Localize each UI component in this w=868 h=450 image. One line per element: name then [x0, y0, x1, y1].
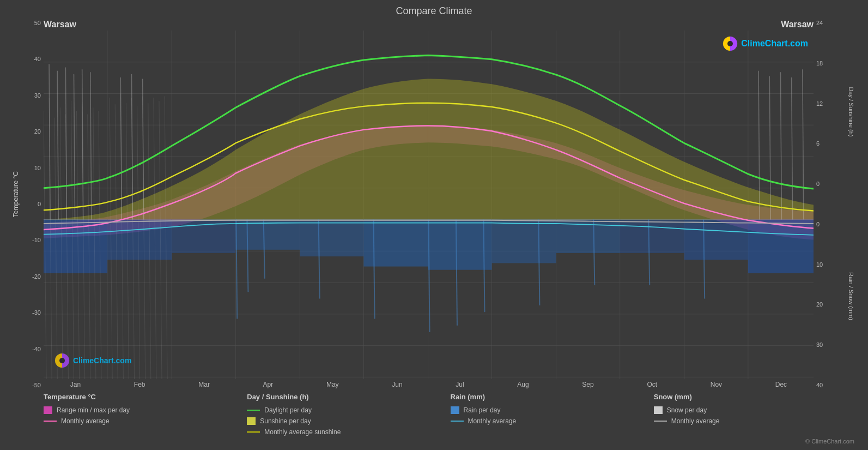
chart-area: 50403020100-10-20-30-40-50 Temperature °…: [11, 20, 857, 388]
city-label-left: Warsaw: [44, 20, 76, 29]
legend-label-daylight: Daylight per day: [264, 406, 312, 414]
legend-label-sunshine-avg: Monthly average sunshine: [264, 428, 341, 436]
y-axis-right-bottom-label: Rain / Snow (mm): [848, 272, 854, 320]
x-label: Jan: [70, 381, 81, 388]
svg-rect-38: [684, 220, 748, 260]
legend-swatch-temp-range: [44, 406, 52, 414]
x-label: Oct: [647, 381, 657, 388]
x-label: Mar: [198, 381, 210, 388]
legend-header-snow: Snow (mm): [654, 393, 857, 401]
svg-rect-34: [428, 220, 491, 270]
svg-rect-29: [107, 220, 172, 260]
legend-item-sunshine-avg: Monthly average sunshine: [247, 428, 450, 436]
legend-swatch-rain-avg: [451, 421, 464, 422]
legend-area: Temperature °C Range min / max per day M…: [11, 388, 857, 436]
y-tick-right-bottom: 30: [816, 341, 823, 348]
x-label: Jul: [456, 381, 464, 388]
chart-title: Compare Climate: [11, 5, 857, 17]
chart-top-labels: Warsaw Warsaw: [44, 20, 814, 31]
city-label-right: Warsaw: [781, 20, 814, 29]
x-label: Aug: [517, 381, 529, 388]
legend-swatch-temp-avg: [44, 421, 57, 422]
y-tick-left: 40: [34, 56, 41, 62]
logo-area-bottom: ClimeChart.com: [54, 353, 131, 368]
y-tick-right-bottom: 10: [816, 261, 823, 268]
y-tick-right-top: 12: [816, 100, 823, 107]
legend-swatch-daylight: [247, 410, 260, 411]
copyright: © ClimeChart.com: [11, 438, 857, 445]
y-tick-left: 50: [34, 20, 41, 26]
main-container: Compare Climate 50403020100-10-20-30-40-…: [0, 0, 868, 450]
y-tick-right-top: 18: [816, 60, 823, 67]
legend-item-sunshine-bar: Sunshine per day: [247, 417, 450, 425]
logo-area-top: ClimeChart.com: [723, 36, 808, 51]
y-tick-right-bottom: 40: [816, 382, 823, 388]
legend-item-snow-avg: Monthly average: [654, 417, 857, 425]
logo-text-top: ClimeChart.com: [741, 39, 808, 49]
x-label: Dec: [775, 381, 787, 388]
y-tick-left: 30: [34, 92, 41, 99]
y-tick-left: -40: [32, 346, 41, 352]
legend-swatch-snow: [654, 406, 663, 414]
y-axis-left: 50403020100-10-20-30-40-50 Temperature °…: [11, 20, 44, 388]
legend-label-temp-range: Range min / max per day: [57, 406, 130, 414]
y-tick-left: 20: [34, 128, 41, 135]
chart-svg-container: ClimeChart.com ClimeChart.com: [44, 31, 814, 379]
legend-item-rain-bar: Rain per day: [451, 406, 654, 414]
legend-header-rain: Rain (mm): [451, 393, 654, 401]
svg-rect-35: [492, 220, 556, 263]
y-axis-right: 24181260010203040 Day / Sunshine (h) Rai…: [814, 20, 857, 388]
legend-swatch-snow-avg: [654, 421, 667, 422]
y-tick-right-top: 6: [816, 140, 820, 147]
legend-label-snow-avg: Monthly average: [671, 417, 720, 425]
legend-column-rain: Rain (mm) Rain per day Monthly average: [451, 393, 654, 436]
y-tick-left: -30: [32, 309, 41, 316]
legend-label-temp-avg: Monthly average: [61, 417, 110, 425]
logo-text-bottom: ClimeChart.com: [73, 356, 131, 365]
legend-label-snow-per-day: Snow per day: [667, 406, 707, 414]
y-tick-right-bottom: 0: [816, 221, 820, 227]
x-label: Apr: [263, 381, 274, 388]
legend-swatch-sunshine: [247, 417, 256, 425]
legend-item-snow-bar: Snow per day: [654, 406, 857, 414]
x-label: Sep: [582, 381, 593, 388]
logo-icon-top: [723, 36, 738, 51]
y-axis-right-top-label: Day / Sunshine (h): [848, 87, 854, 136]
logo-icon-bottom: [54, 353, 70, 368]
legend-swatch-sunshine-avg: [247, 431, 260, 433]
x-label: Jun: [392, 381, 402, 388]
y-tick-left: 0: [38, 201, 41, 207]
y-tick-right-top: 24: [816, 20, 823, 26]
legend-item-daylight: Daylight per day: [247, 406, 450, 414]
legend-swatch-rain: [451, 406, 459, 414]
svg-rect-37: [620, 220, 684, 253]
y-tick-left: 10: [34, 165, 41, 171]
y-tick-left: -20: [32, 273, 41, 280]
y-tick-left: -10: [32, 237, 41, 243]
legend-column-temperature: Temperature °C Range min / max per day M…: [44, 393, 247, 436]
main-chart-svg: [44, 31, 814, 379]
y-axis-right-ticks: 24181260010203040: [814, 20, 857, 388]
legend-item-temp-range: Range min / max per day: [44, 406, 247, 414]
legend-label-sunshine-bar: Sunshine per day: [260, 417, 311, 425]
x-axis-labels: JanFebMarAprMayJunJulAugSepOctNovDec: [44, 379, 814, 388]
legend-header-sunshine: Day / Sunshine (h): [247, 393, 450, 401]
svg-rect-32: [300, 220, 363, 257]
svg-point-1: [727, 41, 733, 46]
legend-column-snow: Snow (mm) Snow per day Monthly average: [654, 393, 857, 436]
legend-column-sunshine: Day / Sunshine (h) Daylight per day Suns…: [247, 393, 450, 436]
legend-item-rain-avg: Monthly average: [451, 417, 654, 425]
x-label: Feb: [134, 381, 145, 388]
svg-point-3: [59, 358, 65, 363]
x-label: May: [326, 381, 339, 388]
legend-label-rain-avg: Monthly average: [468, 417, 517, 425]
y-axis-left-label: Temperature °C: [12, 171, 20, 217]
y-tick-right-bottom: 20: [816, 301, 823, 308]
legend-item-temp-avg: Monthly average: [44, 417, 247, 425]
svg-rect-31: [235, 220, 300, 250]
y-tick-left: -50: [32, 382, 41, 388]
legend-label-rain-bar: Rain per day: [464, 406, 501, 414]
x-label: Nov: [711, 381, 722, 388]
y-tick-right-top: 0: [816, 181, 820, 187]
chart-plot-wrapper: Warsaw Warsaw ClimeChart.com: [44, 20, 814, 388]
